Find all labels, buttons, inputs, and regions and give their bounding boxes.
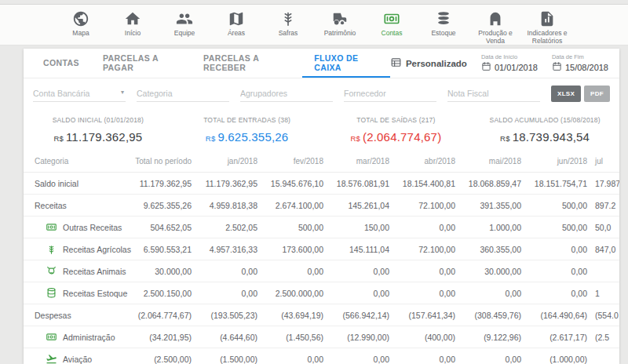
row-label: Receitas Agrícolas	[63, 245, 131, 254]
category-input[interactable]	[137, 86, 229, 102]
cell: 360.355,00	[455, 245, 521, 254]
row-label: Aviação	[63, 355, 92, 364]
tab-parcelas-a-receber[interactable]: PARCELAS A RECEBER	[192, 49, 302, 78]
nav-item-label: Patrimônio	[314, 29, 366, 37]
nav-item-globe[interactable]: Mapa	[55, 10, 107, 45]
nav-item-label: Produção e Venda	[469, 29, 521, 45]
cell: 2.500.150,00	[126, 289, 192, 298]
cell: 6.590.553,21	[126, 245, 192, 254]
globe-icon	[72, 10, 89, 27]
nav-item-home[interactable]: Início	[107, 10, 159, 45]
report-icon	[539, 10, 556, 27]
map-icon	[228, 10, 245, 27]
row-category: Receitas	[24, 201, 126, 210]
cell: 391.355,00	[455, 201, 521, 210]
cell: 2.500.000,00	[257, 289, 323, 298]
cylinder-icon	[46, 287, 57, 299]
groupers-input[interactable]	[240, 86, 333, 102]
cell: 72.100,00	[389, 245, 455, 254]
invoice-input[interactable]	[447, 86, 540, 102]
cell: (1.450,56)	[257, 333, 323, 342]
bank-account-select[interactable]	[33, 86, 126, 102]
tab-fluxo-de-caixa[interactable]: FLUXO DE CAIXA	[302, 49, 390, 78]
start-date-label: Data de Início	[481, 53, 538, 60]
row-category: Receitas Animais	[24, 265, 126, 277]
cell: 18.576.081,91	[323, 179, 389, 188]
start-date-field[interactable]: Data de Início 01/01/2018	[481, 53, 538, 73]
table-row-saldo-inicial[interactable]: Saldo inicial 11.179.362,9511.179.362,95…	[24, 173, 619, 195]
cell: 15.945.676,10	[257, 179, 323, 188]
cell: 11.179.362,95	[192, 179, 257, 188]
cell: (308.459,76)	[455, 311, 521, 320]
table-row-receitas[interactable]: Receitas 9.625.355,264.959.818,382.674.1…	[24, 195, 619, 217]
cell: 145.261,04	[323, 201, 389, 210]
table-row-receitas-animais[interactable]: Receitas Animais 30.000,000,000,000,000,…	[24, 260, 619, 282]
summary-initial-balance: SALDO INICIAL (01/01/2018) R$11.179.362,…	[24, 116, 173, 144]
export-xlsx-button[interactable]: XLSX	[551, 86, 581, 102]
row-label: Administração	[63, 333, 115, 342]
row-category: Receitas Agrícolas	[24, 243, 126, 255]
nav-item-stack[interactable]: Estoque	[418, 10, 469, 45]
cow-icon	[46, 265, 57, 277]
supplier-input[interactable]	[344, 86, 436, 102]
table-row-receitas-agrícolas[interactable]: Receitas Agrícolas 6.590.553,214.957.316…	[24, 238, 619, 260]
cell: (554.0	[587, 311, 619, 320]
col-categoria: Categoria	[24, 157, 126, 166]
tabs-bar: CONTAS PARCELAS A PAGAR PARCELAS A RECEB…	[24, 49, 619, 78]
calendar-icon	[481, 61, 491, 73]
cell: (2.500,00)	[126, 355, 192, 364]
cell: (2.064.774,67)	[126, 311, 192, 320]
table-row-aviação[interactable]: Aviação (2.500,00)(1.500,00)0,000,000,00…	[24, 348, 619, 364]
col-fev: fev/2018	[257, 157, 323, 166]
cell: 0,00	[192, 289, 257, 298]
cell: 30.000,00	[126, 267, 192, 276]
nav-item-tractor[interactable]: Patrimônio	[314, 10, 366, 45]
table-row-despesas[interactable]: Despesas (2.064.774,67)(193.505,23)(43.6…	[24, 304, 619, 326]
export-pdf-button[interactable]: PDF	[584, 86, 610, 102]
calendar-icon	[552, 61, 562, 73]
table-row-receitas-estoque[interactable]: Receitas Estoque 2.500.150,000,002.500.0…	[24, 282, 619, 304]
tab-contas[interactable]: CONTAS	[31, 49, 91, 78]
cell: 30.000,00	[455, 267, 521, 276]
nav-item-label: Equipe	[159, 29, 210, 37]
row-category: Receitas Estoque	[24, 287, 126, 299]
people-icon	[176, 10, 193, 27]
nav-item-silo[interactable]: Produção e Venda	[469, 10, 521, 45]
app-window: Mapa Início Equipe Áreas Safras Patrimôn…	[0, 0, 628, 364]
period-mode-button[interactable]: Personalizado	[390, 56, 467, 70]
cell: 0,00	[323, 355, 389, 364]
col-jun: jun/2018	[521, 157, 587, 166]
cell: 0,00	[389, 289, 455, 298]
cell: 173.600,00	[257, 245, 323, 254]
cell: 0,00	[455, 289, 521, 298]
nav-item-report[interactable]: Indicadores e Relatórios	[521, 10, 573, 45]
tab-parcelas-a-pagar[interactable]: PARCELAS A PAGAR	[91, 49, 192, 78]
nav-item-map[interactable]: Áreas	[210, 10, 262, 45]
period-mode-label: Personalizado	[406, 59, 467, 68]
cell: 145.111,04	[323, 245, 389, 254]
cell: 50,0	[587, 223, 619, 232]
row-category: Administração	[24, 331, 126, 343]
end-date-field[interactable]: Data de Fim 15/08/2018	[552, 53, 608, 73]
nav-item-wheat[interactable]: Safras	[262, 10, 314, 45]
cell: 0,00	[323, 267, 389, 276]
table-row-administração[interactable]: Administração (34.201,95)(4.644,60)(1.45…	[24, 326, 619, 348]
money-icon	[46, 221, 57, 233]
summary-label: TOTAL DE SAÍDAS (217)	[322, 116, 471, 124]
cell: 0,00	[389, 267, 455, 276]
nav-item-label: Indicadores e Relatórios	[521, 29, 573, 45]
cell: (400,00)	[389, 333, 455, 342]
cell: 17.987.7	[587, 179, 619, 188]
cell: 18.151.754,71	[521, 179, 587, 188]
nav-item-label: Estoque	[418, 29, 469, 37]
summary-label: TOTAL DE ENTRADAS (38)	[173, 116, 322, 124]
nav-item-people[interactable]: Equipe	[159, 10, 210, 45]
cell: 1	[587, 289, 619, 298]
table-row-outras-receitas[interactable]: Outras Receitas 504.652,052.502,05500,00…	[24, 217, 619, 238]
cell: (43.694,19)	[257, 311, 323, 320]
col-abr: abr/2018	[389, 157, 455, 166]
nav-item-cash[interactable]: Contas	[366, 10, 418, 45]
tractor-icon	[331, 10, 349, 27]
nav-item-label: Mapa	[55, 29, 107, 37]
col-jul: jul	[587, 157, 619, 166]
